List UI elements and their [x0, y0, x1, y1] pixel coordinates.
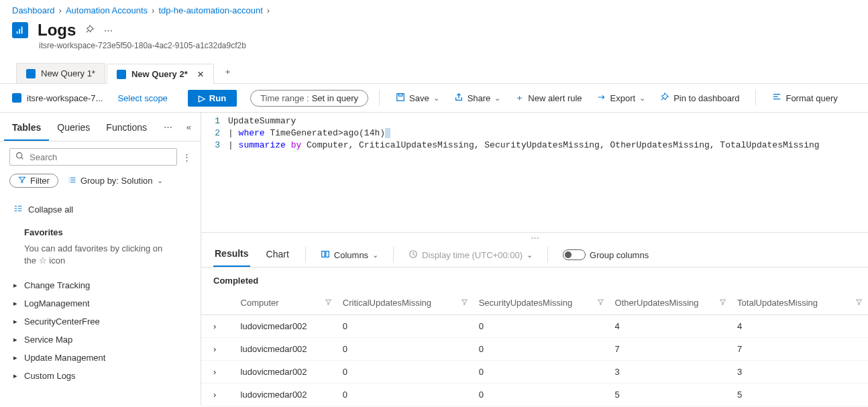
- column-header-security[interactable]: SecurityUpdatesMissing: [474, 291, 610, 315]
- caret-right-icon: ▸: [13, 371, 20, 380]
- save-button[interactable]: Save ⌄: [390, 90, 445, 107]
- table-row[interactable]: ›ludovicmedar0020077: [201, 338, 868, 361]
- share-button[interactable]: Share ⌄: [449, 90, 506, 107]
- group-columns-label: Group columns: [590, 250, 649, 260]
- filter-icon[interactable]: [855, 298, 863, 308]
- tree-item-update-management[interactable]: ▸Update Management: [0, 349, 201, 367]
- table-row[interactable]: ›ludovicmedar0020044: [201, 315, 868, 338]
- clock-icon: [409, 249, 418, 261]
- query-tab[interactable]: New Query 1*: [16, 63, 105, 83]
- filter-icon[interactable]: [719, 298, 726, 308]
- sidebar-tab-tables[interactable]: Tables: [4, 115, 49, 141]
- chevron-down-icon: ⌄: [494, 94, 500, 103]
- toggle-off-icon: [563, 249, 586, 260]
- filter-icon[interactable]: [461, 298, 468, 308]
- export-button[interactable]: Export ⌄: [592, 90, 651, 107]
- cell-critical: 0: [337, 384, 474, 406]
- column-header-total[interactable]: TotalUpdatesMissing: [732, 291, 868, 315]
- chevron-down-icon: ⌄: [527, 251, 533, 259]
- filter-icon[interactable]: [597, 298, 604, 308]
- favorites-heading: Favorites: [0, 222, 201, 240]
- export-label: Export: [610, 93, 636, 103]
- cell-total: 4: [732, 315, 868, 338]
- run-button[interactable]: ▷ Run: [188, 90, 237, 107]
- query-tabs: New Query 1* New Query 2* ✕ ＋: [0, 60, 868, 84]
- group-columns-toggle[interactable]: Group columns: [563, 249, 649, 260]
- svg-point-5: [17, 153, 22, 158]
- more-icon[interactable]: ⋯: [104, 25, 113, 36]
- svg-rect-2: [21, 27, 23, 34]
- separator: [379, 90, 380, 106]
- close-icon[interactable]: ✕: [197, 70, 204, 79]
- collapse-panel-icon[interactable]: «: [181, 115, 197, 141]
- cell-other: 3: [610, 361, 733, 384]
- svg-rect-1: [19, 29, 20, 34]
- cell-computer: ludovicmedar002: [229, 384, 337, 406]
- column-header-critical[interactable]: CriticalUpdatesMissing: [337, 291, 474, 315]
- tree-item-change-tracking[interactable]: ▸Change Tracking: [0, 276, 201, 294]
- query-tab[interactable]: New Query 2* ✕: [107, 64, 214, 84]
- tree-item-custom-logs[interactable]: ▸Custom Logs: [0, 367, 201, 385]
- sidebar-tab-functions[interactable]: Functions: [98, 115, 155, 141]
- select-scope-link[interactable]: Select scope: [117, 93, 167, 103]
- results-tab-results[interactable]: Results: [213, 243, 250, 267]
- search-input[interactable]: [9, 148, 177, 166]
- tree-item-log-management[interactable]: ▸LogManagement: [0, 294, 201, 312]
- drag-handle-icon[interactable]: ⋯: [201, 232, 868, 239]
- table-row[interactable]: ›ludovicmedar0020033: [201, 361, 868, 384]
- display-time-label: Display time (UTC+00:00): [422, 250, 523, 260]
- pin-icon[interactable]: [85, 25, 95, 36]
- cell-security: 0: [474, 315, 610, 338]
- time-range-label: Time range :: [260, 93, 309, 103]
- kql-editor[interactable]: 1UpdateSummary 2| where TimeGenerated>ag…: [201, 113, 868, 232]
- caret-right-icon: ▸: [13, 281, 20, 290]
- workspace-selector[interactable]: itsre-workspace-7...: [12, 93, 103, 103]
- expand-row-button[interactable]: ›: [201, 315, 229, 338]
- caret-right-icon: ▸: [13, 299, 20, 308]
- results-tab-chart[interactable]: Chart: [265, 243, 290, 266]
- chevron-down-icon: ⌄: [639, 94, 645, 103]
- search-field[interactable]: [30, 152, 171, 162]
- more-icon[interactable]: ⋮: [182, 152, 191, 162]
- group-by-label: Group by: Solution: [80, 176, 153, 186]
- cell-security: 0: [474, 338, 610, 361]
- time-range-selector[interactable]: Time range : Set in query: [250, 90, 368, 107]
- format-query-button[interactable]: Format query: [767, 90, 843, 107]
- separator: [755, 90, 756, 106]
- columns-button[interactable]: Columns ⌄: [321, 249, 378, 261]
- collapse-icon: [13, 204, 23, 215]
- new-alert-button[interactable]: ＋ New alert rule: [510, 89, 587, 107]
- collapse-all-button[interactable]: Collapse all: [0, 194, 201, 222]
- breadcrumb: Dashboard › Automation Accounts › tdp-he…: [0, 0, 868, 18]
- expand-row-button[interactable]: ›: [201, 361, 229, 384]
- breadcrumb-link[interactable]: tdp-he-automation-account: [158, 5, 262, 15]
- chevron-right-icon: ›: [267, 5, 270, 15]
- sidebar-tab-queries[interactable]: Queries: [49, 115, 98, 141]
- breadcrumb-link[interactable]: Dashboard: [12, 5, 55, 15]
- caret-right-icon: ▸: [13, 317, 20, 326]
- results-toolbar: Results Chart Columns ⌄ Display time (UT…: [201, 239, 868, 268]
- tree-item-security-center-free[interactable]: ▸SecurityCenterFree: [0, 312, 201, 331]
- breadcrumb-link[interactable]: Automation Accounts: [66, 5, 148, 15]
- pin-dashboard-button[interactable]: Pin to dashboard: [655, 90, 745, 107]
- tree-item-service-map[interactable]: ▸Service Map: [0, 331, 201, 349]
- column-header-computer[interactable]: Computer: [229, 291, 337, 315]
- chevron-right-icon: ›: [59, 5, 62, 15]
- tab-label: New Query 1*: [41, 68, 95, 78]
- more-icon[interactable]: ⋯: [158, 115, 178, 141]
- search-icon: [15, 152, 24, 162]
- cell-critical: 0: [337, 338, 474, 361]
- expand-row-button[interactable]: ›: [201, 338, 229, 361]
- filter-icon[interactable]: [325, 298, 332, 308]
- cell-other: 5: [610, 384, 733, 406]
- group-by-selector[interactable]: Group by: Solution ⌄: [68, 176, 163, 186]
- display-time-selector[interactable]: Display time (UTC+00:00) ⌄: [409, 249, 533, 261]
- filter-button[interactable]: Filter: [9, 174, 58, 188]
- cell-total: 5: [732, 384, 868, 406]
- list-icon: [68, 176, 76, 186]
- table-row[interactable]: ›ludovicmedar0020055: [201, 384, 868, 406]
- expand-row-button[interactable]: ›: [201, 384, 229, 406]
- column-header-other[interactable]: OtherUpdatesMissing: [610, 291, 733, 315]
- add-tab-button[interactable]: ＋: [215, 60, 240, 83]
- format-icon: [772, 93, 781, 104]
